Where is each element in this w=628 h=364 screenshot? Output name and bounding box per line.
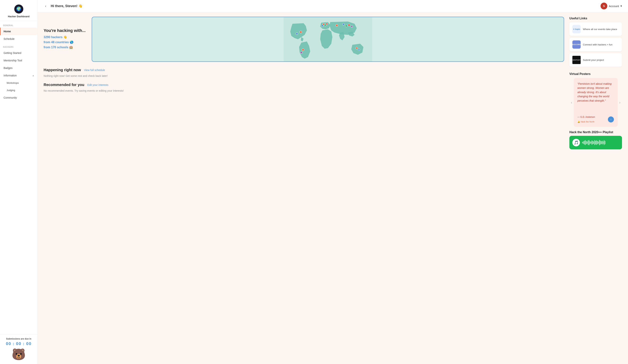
sidebar-item-getting-started[interactable]: Getting Started (0, 49, 37, 57)
svg-point-6 (324, 24, 326, 26)
svg-point-4 (300, 52, 302, 54)
recommended-title: Recommended for you (44, 83, 84, 87)
content-main: You're hacking with... 3290 hackers 👋 fr… (44, 17, 564, 360)
sidebar-item-home[interactable]: Home (0, 28, 37, 35)
share-button[interactable]: ↑ (608, 116, 614, 123)
hackers-stat[interactable]: 3290 hackers 👋 (44, 35, 86, 39)
sidebar-item-community[interactable]: Community (0, 94, 37, 101)
sidebar-bottom: Submissions are due in 00 : 00 : 00 🐻 (0, 334, 37, 364)
sidebar-logo: 🌍 Hacker Dashboard (0, 0, 37, 21)
wave-bar (593, 141, 594, 144)
playlist-card[interactable]: 🎵 (569, 136, 622, 149)
waveform (582, 140, 619, 145)
sidebar-item-badges-label: Badges (3, 67, 12, 70)
countdown-timer: 00 : 00 : 00 (3, 341, 34, 346)
wave-bar (599, 140, 600, 145)
sidebar-item-getting-started-label: Getting Started (3, 52, 21, 55)
header-left: ‹ Hi there, Steven! 👋 (44, 3, 82, 9)
sidebar-item-workshops-label: Workshops (6, 81, 19, 84)
wave-bar (596, 140, 597, 145)
sidebar-item-information[interactable]: Information ▲ (0, 72, 37, 79)
chevron-up-icon: ▲ (32, 74, 34, 77)
back-button[interactable]: ‹ (44, 3, 48, 9)
countries-stat[interactable]: from 48 countries 🌎 (44, 40, 86, 44)
svg-point-8 (326, 23, 327, 25)
view-full-schedule-link[interactable]: View full schedule (84, 69, 105, 72)
account-button[interactable]: S Account ▾ (601, 3, 622, 9)
wave-bar (584, 141, 585, 145)
wave-bar (582, 142, 583, 143)
poster-meta: — G.D. Anderson 🔔 Hack the North (577, 116, 595, 123)
right-sidebar: Useful Links ✦ hopin Where all our event… (569, 17, 622, 360)
wave-bar (605, 141, 605, 144)
discord-description: Connect with hackers + fun (583, 43, 612, 46)
carousel-prev-button[interactable]: ‹ (569, 99, 574, 106)
wave-bar (590, 141, 590, 144)
wave-bar (587, 142, 587, 144)
account-avatar: S (601, 3, 607, 9)
schools-stat[interactable]: from 170 schools 🏫 (44, 45, 86, 49)
wave-bar (597, 141, 598, 144)
wave-bar (594, 140, 595, 145)
wave-bar (595, 141, 596, 145)
header-greeting: Hi there, Steven! 👋 (51, 4, 82, 8)
sidebar-item-schedule[interactable]: Schedule (0, 35, 37, 43)
svg-point-3 (302, 49, 304, 51)
recommended-header: Recommended for you Edit your interests (44, 83, 564, 87)
happening-now-header: Happening right now View full schedule (44, 68, 564, 72)
playlist-section: Hack the North 2020++ Playlist 🎵 (569, 131, 622, 149)
svg-point-10 (342, 23, 344, 25)
world-map (92, 17, 564, 62)
sidebar-item-workshops[interactable]: Workshops (0, 79, 37, 87)
sidebar: 🌍 Hacker Dashboard GENERAL Home Schedule… (0, 0, 38, 364)
mascot-icon: 🐻 (3, 348, 34, 361)
account-label: Account (609, 4, 619, 8)
spotify-icon: 🎵 (572, 139, 580, 146)
useful-links-title: Useful Links (569, 17, 622, 20)
svg-point-11 (345, 25, 347, 27)
wave-bar (604, 140, 604, 145)
hacking-with-stats: You're hacking with... 3290 hackers 👋 fr… (44, 28, 86, 51)
poster-footer: — G.D. Anderson 🔔 Hack the North ↑ (577, 116, 614, 123)
hopin-link-card[interactable]: ✦ hopin Where all our events take place (569, 22, 622, 36)
sidebar-item-mentorship-tool[interactable]: Mentorship Tool (0, 57, 37, 64)
virtual-posters-section: Virtual Posters ‹ "Feminism isn't about … (569, 72, 622, 127)
content-area: You're hacking with... 3290 hackers 👋 fr… (38, 12, 628, 364)
wave-bar (592, 141, 593, 144)
poster-carousel: ‹ "Feminism isn't about making women str… (569, 78, 622, 127)
sidebar-item-badges[interactable]: Badges (0, 64, 37, 72)
wave-bar (598, 142, 599, 144)
wave-bar (592, 141, 592, 145)
wave-bar (589, 140, 589, 145)
sidebar-section-hackers: HACKERS (0, 43, 37, 49)
playlist-title: Hack the North 2020++ Playlist (569, 131, 622, 134)
hopin-icon: ✦ hopin (572, 25, 581, 33)
hacking-with-title: You're hacking with... (44, 28, 86, 33)
header: ‹ Hi there, Steven! 👋 S Account ▾ (38, 0, 628, 12)
sidebar-item-judging[interactable]: Judging (0, 87, 37, 94)
devpost-link-card[interactable]: DEVPOST Submit your project (569, 53, 622, 67)
virtual-posters-title: Virtual Posters (569, 72, 622, 76)
discord-link-card[interactable]: DISCORD Connect with hackers + fun (569, 38, 622, 51)
wave-bar (602, 141, 602, 145)
svg-point-7 (321, 25, 323, 27)
sidebar-item-home-label: Home (3, 30, 11, 33)
sidebar-section-general: GENERAL (0, 21, 37, 28)
sidebar-item-information-label: Information (3, 74, 17, 77)
happening-now-title: Happening right now (44, 68, 81, 72)
wave-bar (603, 141, 603, 144)
poster-card: "Feminism isn't about making women stron… (574, 78, 618, 127)
happening-now-empty: Nothing right now! Get some rest and che… (44, 74, 564, 77)
recommended-empty: No recommended events. Try saving events… (44, 89, 564, 92)
poster-quote: "Feminism isn't about making women stron… (577, 82, 614, 103)
carousel-next-button[interactable]: › (618, 99, 622, 106)
svg-point-13 (351, 26, 353, 27)
svg-point-12 (348, 24, 350, 26)
map-section: You're hacking with... 3290 hackers 👋 fr… (44, 17, 564, 62)
sidebar-item-mentorship-tool-label: Mentorship Tool (3, 59, 22, 62)
svg-point-9 (336, 24, 338, 26)
edit-interests-link[interactable]: Edit your interests (87, 83, 108, 86)
svg-point-1 (300, 31, 302, 33)
sidebar-title: Hacker Dashboard (8, 15, 29, 18)
poster-author: — G.D. Anderson (577, 116, 595, 118)
